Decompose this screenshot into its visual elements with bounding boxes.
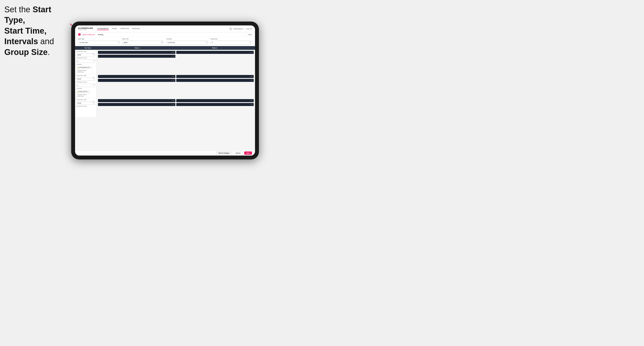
starting-hole-select-2[interactable]: 1210 <box>76 84 95 87</box>
group-left-1: STARTING TIME: 🕙 STARTING HOLE: 1210 ▾ C… <box>75 50 97 74</box>
row-expand-btn[interactable]: ⊡ <box>173 76 174 77</box>
row-x-btn[interactable]: × <box>172 104 172 105</box>
nav-tournaments[interactable]: TOURNAMENTS <box>97 27 109 30</box>
back-link[interactable]: ‹ Back <box>248 34 252 35</box>
start-time-label: Start Time <box>122 38 164 40</box>
row-expand-btn[interactable]: ⊡ <box>173 55 174 57</box>
header-team1: Team 1 <box>98 47 176 49</box>
player-row: × ⊡ <box>176 103 254 106</box>
starting-hole-label-1: STARTING HOLE: <box>76 57 95 59</box>
group-size-select[interactable]: 3 2 4 <box>210 41 252 45</box>
player-row: × ⊡ <box>176 99 254 102</box>
row-expand-btn[interactable]: ⊡ <box>173 104 174 105</box>
start-time-input-wrapper: 🕙 <box>122 40 164 45</box>
player-row: × ⊡ <box>176 75 254 78</box>
row-x-btn[interactable]: × <box>250 104 251 105</box>
starting-time-input-2[interactable] <box>76 77 95 81</box>
action-links-1: ○ Remove Group + Add Group <box>76 70 95 73</box>
nav-committee[interactable]: COMMITTEE <box>120 27 129 30</box>
tablet-screen: SCOREBOARD Powered by clipp TOURNAMENTS … <box>75 25 255 156</box>
group-size-label: Group Size <box>210 38 252 40</box>
footer-bar: Reset Changes Cancel Save <box>75 150 255 156</box>
reset-button[interactable]: Reset Changes <box>216 152 232 155</box>
row-expand-btn[interactable]: ⊡ <box>251 100 253 101</box>
row-expand-btn[interactable]: ⊡ <box>173 100 174 101</box>
start-type-select[interactable]: 1st Tee Start Shotgun Start <box>78 41 120 45</box>
team1-col-2: × ⊡ × ⊡ <box>98 75 176 97</box>
instruction-text: Set the Start Type, Start Time, Interval… <box>4 4 71 57</box>
add-group-1[interactable]: + Add Group <box>76 71 95 73</box>
group-row-2: STARTING TIME: 🕙 STARTING HOLE: 1210 ▾ C… <box>75 74 255 98</box>
start-type-label: Start Type <box>78 38 120 40</box>
sign-out-link[interactable]: Sign out <box>246 28 252 29</box>
group-row-1: STARTING TIME: 🕙 STARTING HOLE: 1210 ▾ C… <box>75 50 255 74</box>
row-expand-btn[interactable]: ⊡ <box>173 51 174 53</box>
instruction-suffix3: and <box>38 37 54 46</box>
starting-hole-label-2: STARTING HOLE: <box>76 81 95 83</box>
intervals-select[interactable]: 10 Minutes 8 Minutes 12 Minutes <box>166 41 208 45</box>
course-label-1: COURSE: <box>76 64 95 65</box>
nav-teams[interactable]: TEAMS <box>112 27 117 30</box>
starting-time-input-wrapper-3: 🕙 <box>76 101 95 105</box>
starting-hole-select-1[interactable]: 1210 <box>76 60 95 63</box>
instruction-line3: Intervals <box>4 37 38 46</box>
row-x-btn[interactable]: × <box>250 79 251 81</box>
group-right-2: × ⊡ × ⊡ <box>97 74 255 98</box>
remove-group-1[interactable]: ○ Remove Group <box>76 70 95 71</box>
row-controls: × ⊡ <box>250 79 253 81</box>
course-remove-2[interactable]: × <box>88 91 89 92</box>
tablet-frame: SCOREBOARD Powered by clipp TOURNAMENTS … <box>71 21 259 160</box>
player-row: × ⊡ <box>98 99 176 102</box>
header-tee-time: Tee Time <box>77 47 98 49</box>
breadcrumb-sep: / <box>96 34 96 35</box>
row-x-btn[interactable]: × <box>250 100 251 101</box>
start-type-select-wrapper: 1st Tee Start Shotgun Start <box>78 40 120 45</box>
row-x-btn[interactable]: × <box>250 51 251 53</box>
nav-rankings[interactable]: RANKINGS <box>132 27 140 30</box>
logo: SCOREBOARD Powered by clipp <box>78 27 93 30</box>
clipp-icon: C <box>78 33 81 36</box>
nav-right: blair@clippd.io | Sign out <box>229 27 252 30</box>
save-button[interactable]: Save <box>244 152 252 155</box>
remove-icon-2: ○ <box>76 94 77 95</box>
row-x-btn[interactable]: × <box>172 76 172 77</box>
time-icon-2: 🕙 <box>92 78 94 79</box>
course-label-2: COURSE: <box>76 88 95 89</box>
starting-time-label-1: STARTING TIME: <box>76 51 95 52</box>
navbar: SCOREBOARD Powered by clipp TOURNAMENTS … <box>75 25 255 32</box>
row-x-btn[interactable]: × <box>250 76 251 77</box>
breadcrumb-app[interactable]: Clippd Invitational <box>82 34 95 35</box>
starting-time-input-1[interactable] <box>76 53 95 56</box>
team1-col-3: × ⊡ × ⊡ <box>98 99 176 116</box>
starting-hole-label-3: STARTING HOLE: <box>76 106 95 107</box>
row-x-btn[interactable]: × <box>172 100 172 101</box>
row-x-btn[interactable]: × <box>172 55 172 57</box>
action-links-2: ○ Remove Group + Add Group <box>76 94 95 97</box>
player-row: × ⊡ <box>176 79 254 82</box>
row-expand-btn[interactable]: ⊡ <box>173 79 174 81</box>
group-left-3: STARTING TIME: 🕙 STARTING HOLE: <box>75 98 97 117</box>
add-group-2[interactable]: + Add Group <box>76 95 95 97</box>
table-container[interactable]: STARTING TIME: 🕙 STARTING HOLE: 1210 ▾ C… <box>75 50 255 151</box>
starting-time-label-3: STARTING TIME: <box>76 99 95 100</box>
player-row: × ⊡ <box>98 103 176 106</box>
player-row: × ⊡ <box>98 75 176 78</box>
remove-group-2[interactable]: ○ Remove Group <box>76 94 95 95</box>
start-time-input[interactable] <box>122 41 164 45</box>
row-x-btn[interactable]: × <box>172 51 172 53</box>
cancel-button[interactable]: Cancel <box>233 152 243 155</box>
player-row: × ⊡ <box>176 51 254 54</box>
intervals-group: Intervals 10 Minutes 8 Minutes 12 Minute… <box>166 38 208 45</box>
team2-col-1: × ⊡ <box>176 51 254 73</box>
row-expand-btn[interactable]: ⊡ <box>251 76 253 77</box>
row-x-btn[interactable]: × <box>172 79 172 81</box>
start-time-group: Start Time 🕙 <box>122 38 164 45</box>
row-expand-btn[interactable]: ⊡ <box>251 104 253 105</box>
group-right-3: × ⊡ × ⊡ <box>97 98 255 117</box>
time-icon-1: 🕙 <box>92 53 94 55</box>
row-expand-btn[interactable]: ⊡ <box>251 51 253 53</box>
starting-time-input-3[interactable] <box>76 101 95 105</box>
course-remove-1[interactable]: × <box>90 67 91 68</box>
row-expand-btn[interactable]: ⊡ <box>251 79 253 81</box>
user-avatar <box>229 27 232 30</box>
